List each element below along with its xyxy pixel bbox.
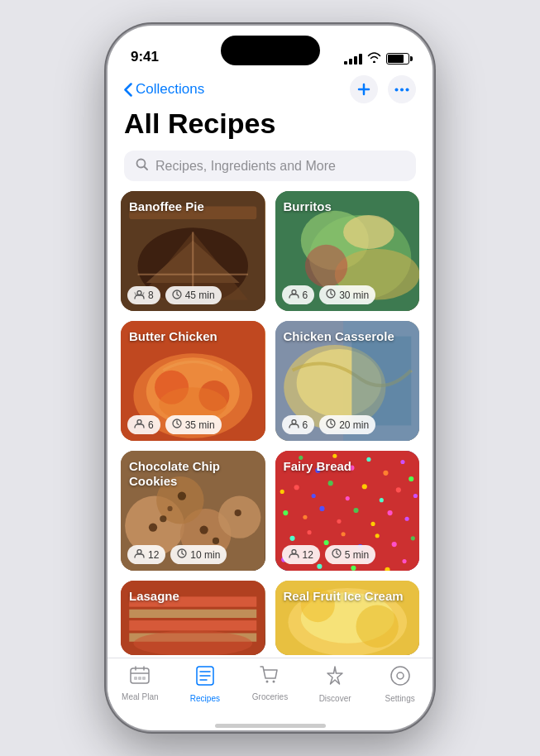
svg-point-2 (406, 88, 409, 91)
recipe-card-fairy-bread[interactable]: Fairy Bread 12 5 min (275, 451, 420, 571)
recipe-name-banoffee: Banoffee Pie (129, 199, 257, 214)
home-indicator (108, 725, 432, 730)
svg-point-70 (337, 519, 341, 524)
svg-point-15 (304, 245, 346, 287)
svg-point-109 (266, 681, 269, 683)
svg-point-112 (397, 672, 404, 679)
recipe-card-chicken-casserole[interactable]: Chicken Casserole 6 20 min (275, 321, 420, 441)
svg-point-72 (370, 522, 375, 526)
recipe-card-butter-chicken[interactable]: Butter Chicken 6 35 min (121, 321, 265, 441)
tab-discover[interactable]: Discover (303, 665, 368, 703)
svg-point-37 (218, 496, 260, 538)
svg-point-44 (178, 492, 186, 500)
more-options-button[interactable] (388, 75, 416, 103)
servings-badge-butter-chicken: 6 (127, 415, 160, 434)
time-badge-choc: 10 min (170, 545, 227, 564)
svg-rect-95 (129, 610, 256, 618)
time-badge-cc: 20 min (319, 415, 375, 434)
svg-point-57 (409, 476, 413, 481)
svg-rect-96 (129, 620, 256, 630)
clock-icon-fairy (332, 548, 342, 561)
svg-point-46 (137, 549, 141, 553)
tab-settings[interactable]: Settings (367, 665, 432, 703)
recipe-name-real-fruit: Real Fruit Ice Cream (284, 589, 412, 604)
svg-point-75 (289, 536, 294, 541)
home-bar (215, 724, 326, 728)
svg-point-63 (361, 485, 366, 490)
nav-bar: Collections (108, 72, 432, 107)
svg-rect-107 (142, 677, 146, 680)
phone-frame: 9:41 Col (108, 26, 432, 730)
tab-settings-label: Settings (385, 694, 415, 703)
svg-point-76 (307, 530, 311, 534)
wifi-icon (367, 52, 381, 65)
svg-point-40 (160, 516, 166, 523)
clock-icon-bc (172, 419, 182, 431)
clock-icon-choc (177, 548, 187, 561)
svg-point-9 (137, 290, 141, 294)
search-bar[interactable]: Recipes, Ingredients and More (124, 151, 416, 181)
add-recipe-button[interactable] (350, 75, 378, 103)
recipe-meta-burritos: 6 30 min (282, 285, 413, 304)
recipe-name-lasagne: Lasagne (129, 589, 257, 604)
back-button[interactable]: Collections (124, 81, 204, 98)
time-badge-fairy: 5 min (325, 545, 375, 564)
svg-point-58 (280, 490, 284, 494)
svg-rect-104 (131, 668, 149, 683)
back-label: Collections (136, 81, 204, 98)
time-badge-butter-chicken: 35 min (165, 415, 222, 434)
discover-icon (324, 665, 346, 691)
time-badge-banoffee: 45 min (165, 286, 222, 304)
recipe-name-choc-chip: Chocolate Chip Cookies (129, 459, 257, 489)
page-title: All Recipes (124, 108, 416, 139)
svg-point-43 (235, 510, 241, 516)
tab-recipes[interactable]: Recipes (173, 665, 238, 703)
clock-icon-cc (326, 419, 336, 431)
tab-discover-label: Discover (319, 694, 351, 703)
page-header: All Recipes (108, 107, 432, 147)
svg-point-25 (137, 419, 141, 423)
svg-rect-106 (138, 677, 141, 680)
svg-point-60 (311, 494, 315, 498)
tab-groceries[interactable]: Groceries (237, 665, 303, 701)
recipe-name-butter-chicken: Butter Chicken (129, 329, 257, 344)
svg-point-82 (410, 537, 414, 541)
svg-point-65 (395, 488, 400, 493)
clock-icon (172, 289, 182, 301)
svg-point-16 (343, 215, 394, 249)
servings-icon-bc (134, 419, 145, 431)
clock-icon-burritos (326, 289, 336, 301)
recipes-icon (195, 665, 215, 691)
svg-point-62 (345, 496, 349, 500)
servings-badge-cc: 6 (282, 415, 315, 434)
tab-meal-plan[interactable]: Meal Plan (108, 665, 173, 701)
recipe-name-fairy-bread: Fairy Bread (284, 459, 412, 474)
recipes-scroll: Banoffee Pie 8 45 min (108, 191, 432, 658)
svg-point-71 (353, 508, 358, 513)
recipe-card-real-fruit-ice-cream[interactable]: Real Fruit Ice Cream (275, 581, 420, 655)
status-time: 9:41 (131, 49, 159, 65)
battery-icon (386, 53, 409, 65)
svg-point-17 (292, 289, 296, 294)
search-placeholder: Recipes, Ingredients and More (155, 159, 336, 174)
svg-point-42 (213, 538, 219, 544)
tab-recipes-label: Recipes (190, 694, 220, 703)
recipe-card-banoffee-pie[interactable]: Banoffee Pie 8 45 min (121, 191, 265, 311)
recipe-card-chocolate-chip-cookies[interactable]: Chocolate Chip Cookies 12 10 min (121, 451, 265, 571)
recipe-meta-butter-chicken: 6 35 min (127, 415, 259, 434)
servings-badge-burritos: 6 (282, 285, 315, 304)
groceries-icon (259, 665, 280, 690)
svg-point-78 (341, 533, 345, 537)
svg-point-67 (283, 510, 288, 515)
recipe-meta-chicken-casserole: 6 20 min (282, 415, 413, 434)
svg-point-73 (387, 510, 392, 515)
recipe-card-lasagne[interactable]: Lasagne (121, 581, 265, 655)
svg-point-66 (413, 494, 417, 498)
recipe-card-burritos[interactable]: Burritos 6 30 min (275, 191, 420, 311)
svg-point-110 (273, 681, 275, 683)
svg-point-91 (292, 549, 296, 553)
svg-rect-31 (351, 337, 411, 426)
servings-icon-burritos (289, 289, 299, 301)
svg-point-68 (303, 515, 307, 519)
status-icons (344, 52, 409, 65)
